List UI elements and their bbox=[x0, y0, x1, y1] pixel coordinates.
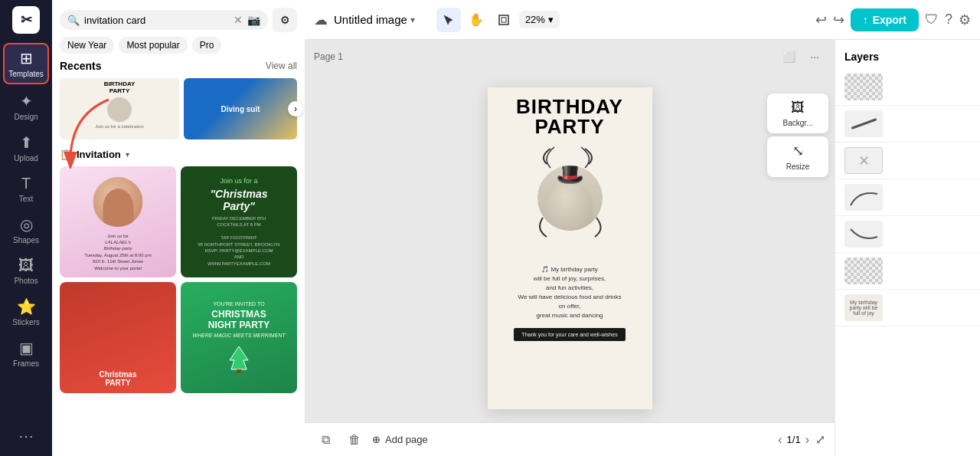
brand-logo: ✂ bbox=[12, 6, 40, 34]
layer-thumb-line bbox=[844, 110, 883, 137]
layer-thumb-checkered bbox=[844, 74, 883, 100]
sidebar-more[interactable]: ⋯ bbox=[3, 422, 49, 450]
page-counter: 1/1 bbox=[787, 434, 801, 445]
resize-tool-button[interactable]: ⤡ Resize bbox=[767, 136, 828, 177]
zoom-control[interactable]: 22% ▾ bbox=[519, 11, 560, 28]
page-menu-button[interactable]: ··· bbox=[804, 46, 825, 67]
templates-icon: ⊞ bbox=[20, 49, 33, 67]
sidebar-item-label: Frames bbox=[13, 359, 39, 368]
layer-item[interactable]: My birthday party will be full of joy bbox=[835, 290, 980, 326]
view-all-link[interactable]: View all bbox=[266, 61, 297, 71]
copy-page-button[interactable]: ⧉ bbox=[314, 428, 337, 451]
card-pink-text: Join us forLALALAEL'sBirthday partyTuesd… bbox=[84, 233, 151, 271]
recents-next-button[interactable]: › bbox=[288, 101, 303, 116]
page-prev-button[interactable]: ‹ bbox=[778, 433, 782, 447]
doc-title-arrow-icon: ▾ bbox=[410, 15, 415, 25]
page-icon-button[interactable]: ⬜ bbox=[778, 46, 799, 67]
most-popular-tag-label: Most popular bbox=[126, 40, 179, 51]
sidebar-item-templates[interactable]: ⊞ Templates bbox=[3, 43, 49, 84]
background-tool-button[interactable]: 🖼 Backgr... bbox=[767, 93, 828, 133]
recent-thumb-birthday[interactable]: BIRTHDAYPARTY Join us for a celebration bbox=[60, 78, 179, 139]
curve1-svg bbox=[847, 186, 881, 209]
recent-thumb-dive[interactable]: Diving suit bbox=[184, 78, 297, 139]
templates-panel: 🔍 ✕ 📷 ⚙ New Year Most popular Pro Recent… bbox=[52, 0, 305, 456]
add-page-label: Add page bbox=[385, 434, 428, 445]
layer-item[interactable] bbox=[835, 179, 980, 216]
template-card-christmas-red[interactable]: ChristmasPARTY bbox=[60, 282, 176, 393]
card-face-circle bbox=[93, 177, 143, 227]
search-input[interactable] bbox=[84, 15, 229, 26]
undo-button[interactable]: ↩ bbox=[815, 11, 827, 28]
redo-button[interactable]: ↪ bbox=[833, 11, 844, 28]
sidebar-item-shapes[interactable]: ◎ Shapes bbox=[3, 211, 49, 249]
bottom-bar: ⧉ 🗑 ⊕ Add page ‹ 1/1 › ⤢ bbox=[305, 422, 835, 456]
face-bust bbox=[547, 181, 593, 231]
background-icon: 🖼 bbox=[791, 100, 805, 116]
layer-item[interactable]: ✕ bbox=[835, 143, 980, 179]
layer-line-shape bbox=[851, 118, 877, 130]
birthday-footer-bar: Thank you for your care and well-wishes bbox=[514, 328, 625, 341]
photos-icon: 🖼 bbox=[18, 257, 34, 274]
thumb-birthday-face bbox=[107, 97, 132, 122]
hat-icon: 🎩 bbox=[556, 166, 584, 186]
hand-tool-button[interactable]: ✋ bbox=[464, 8, 488, 32]
card-face bbox=[93, 177, 143, 227]
search-bar: 🔍 ✕ 📷 bbox=[60, 10, 268, 30]
export-button[interactable]: ↑ Export bbox=[851, 8, 919, 31]
filter-new-year[interactable]: New Year bbox=[60, 37, 114, 54]
camera-icon[interactable]: 📷 bbox=[247, 14, 260, 26]
sidebar-item-text[interactable]: T Text bbox=[3, 170, 49, 208]
layer-thumb-placeholder: ✕ bbox=[844, 147, 883, 174]
template-card-pink-bday[interactable]: Join us forLALALAEL'sBirthday partyTuesd… bbox=[60, 166, 176, 277]
shield-button[interactable]: 🛡 bbox=[925, 11, 939, 28]
select-tool-button[interactable] bbox=[436, 8, 461, 32]
sidebar-item-stickers[interactable]: ⭐ Stickers bbox=[3, 293, 49, 331]
search-clear-button[interactable]: ✕ bbox=[234, 14, 243, 26]
sidebar-item-design[interactable]: ✦ Design bbox=[3, 87, 49, 126]
frame-tool-button[interactable] bbox=[492, 8, 516, 32]
layer-item[interactable] bbox=[835, 253, 980, 290]
help-button[interactable]: ? bbox=[945, 11, 952, 28]
section-arrow-icon: ▾ bbox=[126, 150, 129, 159]
expand-button[interactable]: ⤢ bbox=[815, 432, 825, 447]
filter-pro[interactable]: Pro bbox=[192, 37, 222, 54]
canvas-wrapper[interactable]: 🖼 Backgr... ⤡ Resize Page 1 ⬜ ··· bbox=[305, 40, 835, 456]
design-icon: ✦ bbox=[20, 92, 33, 110]
pro-tag-label: Pro bbox=[200, 40, 214, 51]
invitation-section-header[interactable]: 📋 Invitation ▾ bbox=[60, 149, 297, 160]
sidebar-item-upload[interactable]: ⬆ Upload bbox=[3, 129, 49, 167]
topbar: ☁ Untitled image ▾ ✋ 22% ▾ ↩ ↪ ↑ bbox=[305, 0, 980, 40]
green2-title: CHRISTMASNIGHT PARTY bbox=[208, 309, 270, 330]
filter-most-popular[interactable]: Most popular bbox=[119, 37, 187, 54]
doc-title[interactable]: Untitled image ▾ bbox=[334, 13, 415, 26]
settings-button[interactable]: ⚙ bbox=[959, 11, 971, 28]
filter-tags: New Year Most popular Pro bbox=[52, 37, 305, 60]
new-year-tag-label: New Year bbox=[67, 40, 106, 51]
recents-header: Recents View all bbox=[60, 60, 297, 72]
filter-button[interactable]: ⚙ bbox=[273, 8, 297, 32]
sidebar-item-frames[interactable]: ▣ Frames bbox=[3, 334, 49, 372]
stickers-icon: ⭐ bbox=[17, 297, 36, 316]
sidebar-item-label: Photos bbox=[14, 277, 38, 285]
layers-header: Layers bbox=[835, 40, 980, 69]
template-card-christmas-night[interactable]: YOU'RE INVITED TO CHRISTMASNIGHT PARTY W… bbox=[181, 282, 297, 393]
frames-icon: ▣ bbox=[19, 339, 34, 357]
page-next-button[interactable]: › bbox=[805, 433, 809, 447]
sidebar-item-label: Templates bbox=[8, 70, 44, 78]
svg-rect-2 bbox=[499, 15, 508, 25]
green2-invite: YOU'RE INVITED TO bbox=[213, 301, 264, 307]
layer-item[interactable] bbox=[835, 106, 980, 143]
layer-item[interactable] bbox=[835, 69, 980, 106]
green-card-subtitle: Join us for a bbox=[220, 177, 257, 185]
sidebar-item-photos[interactable]: 🖼 Photos bbox=[3, 252, 49, 290]
template-card-christmas-green[interactable]: Join us for a "ChristmasParty" FRIDAY DE… bbox=[181, 166, 297, 277]
layer-thumb-checkered2 bbox=[844, 258, 883, 284]
layer-thumb-curve1 bbox=[844, 184, 883, 211]
layer-item[interactable] bbox=[835, 216, 980, 253]
delete-page-button[interactable]: 🗑 bbox=[343, 428, 366, 451]
add-page-button[interactable]: ⊕ Add page bbox=[372, 434, 428, 445]
frame-icon bbox=[498, 14, 510, 26]
export-label: Export bbox=[873, 14, 906, 26]
add-page-icon: ⊕ bbox=[372, 434, 381, 445]
search-icon: 🔍 bbox=[67, 15, 80, 26]
